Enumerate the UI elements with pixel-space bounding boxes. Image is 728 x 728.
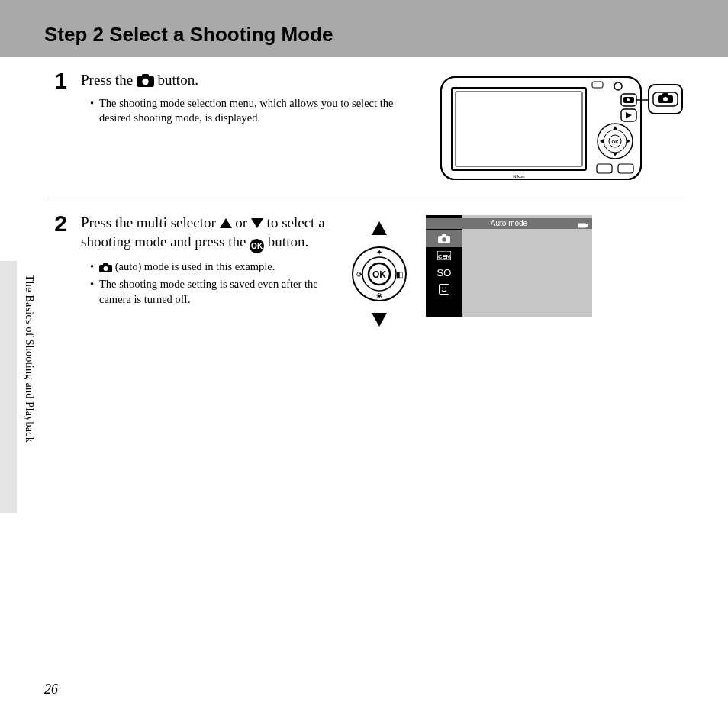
step-2-title: Press the multi selector or to select a … xyxy=(81,214,333,253)
svg-point-12 xyxy=(627,98,630,101)
page-number: 26 xyxy=(44,681,58,697)
step-1: 1 Press the button. xyxy=(44,71,684,201)
camera-icon xyxy=(99,263,112,272)
step-number: 1 xyxy=(44,69,67,92)
mode-icons-strip: SCENE SO xyxy=(426,215,462,317)
section-label: The Basics of Shooting and Playback xyxy=(23,275,35,443)
step-2: 2 Press the multi selector or to select … xyxy=(44,201,684,348)
svg-rect-41 xyxy=(440,285,449,295)
svg-point-43 xyxy=(445,288,446,289)
camera-icon xyxy=(137,74,154,87)
svg-rect-23 xyxy=(662,93,668,96)
svg-point-42 xyxy=(442,288,443,289)
step-1-title: Press the button. xyxy=(81,71,424,90)
svg-rect-1 xyxy=(142,74,149,78)
step-1-bullets: The shooting mode selection menu, which … xyxy=(81,96,424,126)
mode-item-so: SO xyxy=(426,264,462,281)
mode-item-auto xyxy=(426,230,462,247)
svg-text:✦: ✦ xyxy=(376,248,382,256)
battery-icon xyxy=(578,221,588,231)
bullet-text: (auto) mode is used in this example. xyxy=(99,259,333,275)
svg-text:⟳: ⟳ xyxy=(356,270,363,279)
step-number: 2 xyxy=(44,212,67,235)
mode-banner: Auto mode xyxy=(426,218,592,229)
down-arrow-icon xyxy=(251,218,263,228)
up-arrow-icon xyxy=(220,218,232,228)
svg-text:SCENE: SCENE xyxy=(437,253,451,260)
ok-icon: OK xyxy=(250,239,264,253)
svg-text:OK: OK xyxy=(612,140,620,144)
step-2-bullets: (auto) mode is used in this example. The… xyxy=(81,259,333,308)
svg-point-2 xyxy=(142,79,148,85)
svg-text:◧: ◧ xyxy=(396,270,403,279)
side-tab xyxy=(0,261,17,513)
multi-selector-illustration: OK ✦ ❀ ⟳ ◧ xyxy=(348,217,411,334)
svg-rect-45 xyxy=(586,224,588,227)
bullet-text: The shooting mode selection menu, which … xyxy=(99,96,424,126)
svg-rect-19 xyxy=(618,164,633,173)
bullet-text: The shooting mode setting is saved even … xyxy=(99,277,333,307)
svg-rect-6 xyxy=(456,92,582,166)
svg-rect-18 xyxy=(597,164,612,173)
svg-rect-44 xyxy=(578,224,586,228)
camera-back-illustration: Nikon OK xyxy=(440,71,684,187)
svg-point-9 xyxy=(614,82,622,90)
svg-point-38 xyxy=(442,237,446,242)
mode-item-scene: SCENE xyxy=(426,247,462,264)
page-title: Step 2 Select a Shooting Mode xyxy=(44,23,728,47)
mode-selection-screen: SCENE SO xyxy=(426,215,592,317)
mode-item-smile xyxy=(426,281,462,298)
svg-point-24 xyxy=(663,97,668,101)
page-header: Step 2 Select a Shooting Mode xyxy=(0,0,728,57)
svg-rect-26 xyxy=(103,263,108,266)
svg-rect-37 xyxy=(442,234,446,237)
svg-rect-8 xyxy=(592,82,603,88)
svg-text:❀: ❀ xyxy=(376,292,382,300)
svg-text:Nikon: Nikon xyxy=(513,174,524,179)
svg-text:OK: OK xyxy=(372,269,386,280)
svg-point-27 xyxy=(104,266,108,271)
